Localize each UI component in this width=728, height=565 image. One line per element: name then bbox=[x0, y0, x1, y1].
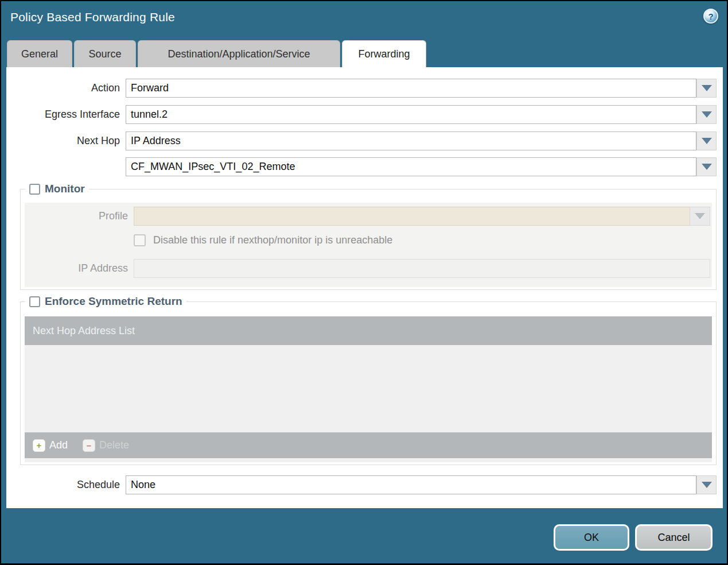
next-hop-address-list-bottom-strip bbox=[25, 458, 712, 462]
egress-interface-select[interactable]: tunnel.2 bbox=[126, 105, 696, 124]
profile-select-disabled bbox=[134, 207, 690, 226]
next-hop-address-row: CF_MWAN_IPsec_VTI_02_Remote bbox=[6, 157, 723, 176]
tab-source[interactable]: Source bbox=[74, 40, 136, 67]
action-row: Action Forward bbox=[6, 79, 723, 98]
cancel-button[interactable]: Cancel bbox=[635, 524, 713, 551]
disable-rule-checkbox-label: Disable this rule if nexthop/monitor ip … bbox=[153, 234, 392, 246]
enforce-symmetric-return-legend-label: Enforce Symmetric Return bbox=[45, 295, 182, 308]
policy-based-forwarding-dialog: Policy Based Forwarding Rule ? General S… bbox=[0, 0, 728, 565]
tab-source-label: Source bbox=[88, 48, 121, 60]
tab-das-label: Destination/Application/Service bbox=[168, 48, 310, 60]
monitor-legend-label: Monitor bbox=[45, 183, 85, 195]
tab-forwarding-label: Forwarding bbox=[358, 48, 410, 60]
enforce-symmetric-return-fieldset: Enforce Symmetric Return Next Hop Addres… bbox=[20, 301, 717, 465]
egress-interface-row: Egress Interface tunnel.2 bbox=[6, 105, 723, 124]
next-hop-address-select[interactable]: CF_MWAN_IPsec_VTI_02_Remote bbox=[126, 157, 696, 176]
enforce-symmetric-return-legend: Enforce Symmetric Return bbox=[25, 295, 186, 308]
next-hop-address-list-body[interactable] bbox=[25, 345, 712, 432]
next-hop-address-dropdown-button[interactable] bbox=[696, 157, 717, 176]
next-hop-address-list-header-label: Next Hop Address List bbox=[33, 325, 135, 337]
delete-button: – Delete bbox=[83, 439, 129, 452]
egress-interface-label: Egress Interface bbox=[6, 105, 120, 124]
monitor-checkbox[interactable] bbox=[29, 184, 40, 195]
monitor-fieldset: Monitor Profile Disable this rule if nex… bbox=[20, 189, 717, 290]
dropdown-arrow-icon bbox=[702, 85, 712, 91]
monitor-ip-address-label: IP Address bbox=[25, 259, 128, 278]
dropdown-arrow-icon bbox=[702, 164, 712, 170]
profile-label: Profile bbox=[25, 207, 128, 226]
profile-dropdown-button-disabled bbox=[690, 207, 710, 226]
delete-icon: – bbox=[83, 439, 95, 452]
schedule-select[interactable]: None bbox=[126, 475, 696, 494]
next-hop-label: Next Hop bbox=[6, 131, 120, 150]
tab-general[interactable]: General bbox=[7, 40, 72, 67]
next-hop-select[interactable]: IP Address bbox=[126, 131, 696, 150]
next-hop-dropdown-button[interactable] bbox=[696, 131, 717, 150]
next-hop-address-list-header: Next Hop Address List bbox=[25, 316, 712, 345]
dropdown-arrow-icon bbox=[702, 111, 712, 118]
schedule-label: Schedule bbox=[6, 475, 120, 494]
tab-forwarding[interactable]: Forwarding bbox=[342, 40, 426, 67]
tab-general-label: General bbox=[21, 48, 58, 60]
cancel-button-label: Cancel bbox=[657, 532, 690, 544]
add-button[interactable]: + Add bbox=[33, 439, 68, 452]
delete-button-label: Delete bbox=[99, 439, 129, 451]
next-hop-address-table: Next Hop Address List + Add – Delete bbox=[25, 316, 712, 462]
action-select[interactable]: Forward bbox=[126, 79, 696, 98]
help-icon[interactable]: ? bbox=[703, 9, 718, 24]
egress-interface-dropdown-button[interactable] bbox=[696, 105, 717, 124]
action-label: Action bbox=[6, 79, 120, 98]
monitor-legend: Monitor bbox=[25, 183, 89, 195]
help-icon-glyph: ? bbox=[708, 11, 713, 21]
monitor-panel: Profile Disable this rule if nexthop/mon… bbox=[25, 203, 712, 287]
add-icon: + bbox=[33, 439, 45, 452]
monitor-ip-address-input-disabled bbox=[134, 259, 710, 278]
next-hop-address-list-toolbar: + Add – Delete bbox=[25, 432, 712, 458]
enforce-symmetric-return-checkbox[interactable] bbox=[29, 296, 40, 307]
add-button-label: Add bbox=[49, 439, 68, 451]
schedule-row: Schedule None bbox=[6, 475, 723, 494]
dropdown-arrow-icon bbox=[695, 213, 705, 219]
next-hop-row: Next Hop IP Address bbox=[6, 131, 723, 150]
dropdown-arrow-icon bbox=[702, 138, 712, 144]
tab-bar: General Source Destination/Application/S… bbox=[7, 40, 426, 67]
forwarding-tab-content: Action Forward Egress Interface tunnel.2… bbox=[6, 67, 723, 508]
ok-button[interactable]: OK bbox=[554, 524, 629, 551]
schedule-dropdown-button[interactable] bbox=[696, 475, 717, 494]
tab-destination-application-service[interactable]: Destination/Application/Service bbox=[138, 40, 340, 67]
dialog-title: Policy Based Forwarding Rule bbox=[10, 10, 175, 24]
disable-rule-checkbox-disabled bbox=[134, 234, 146, 246]
ok-button-label: OK bbox=[584, 532, 599, 544]
action-dropdown-button[interactable] bbox=[696, 79, 717, 98]
dropdown-arrow-icon bbox=[702, 482, 712, 488]
